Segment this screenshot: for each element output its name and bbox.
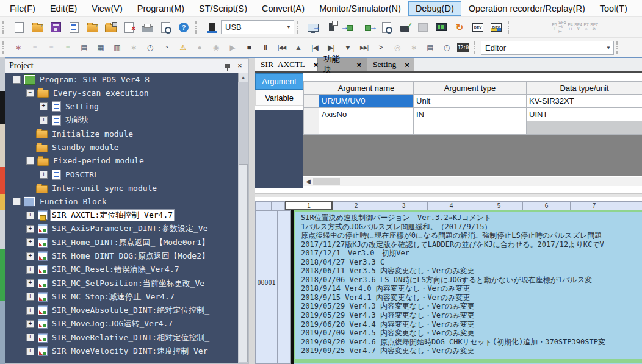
dev-registration-colored-button[interactable]: DEV [487,20,505,35]
scrollbar-thumb[interactable] [239,164,248,362]
ladder-edit-button[interactable]: ∗ [10,40,26,55]
expand-icon[interactable]: + [26,225,34,233]
table-cell[interactable] [414,121,527,135]
tree-item-sir_moverelative_dint[interactable]: +SIR_MoveRelative_DINT:相对定位控制_ [5,331,248,344]
ladder-monitor-button[interactable]: ▤ [76,40,92,55]
table-horizontal-scrollbar[interactable]: ◀ [303,177,642,186]
continue-button[interactable]: ◎ [389,40,405,55]
edit-list-button[interactable]: ≡ [59,40,76,55]
menu-item-stscripts[interactable]: ST/Script(S) [192,1,254,16]
table-cell[interactable] [319,121,414,135]
toolbar-grip[interactable] [2,41,7,54]
toolbar-grip[interactable] [195,21,200,34]
menu-item-converta[interactable]: Convert(A) [254,1,312,16]
tree-item-standby-module[interactable]: Standby module [5,140,248,154]
editor-tab-siraxctl[interactable]: SIR_AXCTL× [255,58,318,71]
simulator-monitor-button[interactable]: ▤ [422,40,438,55]
delete-file-button[interactable] [120,20,138,35]
close-icon[interactable]: × [356,60,361,70]
close-icon[interactable]: × [405,60,409,70]
table-cell[interactable]: AxisNo [319,108,414,121]
hand-tool-button[interactable]: ∗ [125,40,142,55]
expand-icon[interactable]: + [26,348,34,355]
tree-item--[interactable]: +功能块 [5,113,248,127]
toolbar-grip[interactable] [616,41,621,54]
collapse-icon[interactable]: − [26,157,34,165]
fast-forward-button[interactable]: ▶▶| [356,40,372,55]
panel-splitter[interactable] [249,58,255,364]
new-file-button[interactable] [10,20,28,35]
rung-number-cell[interactable]: 00001 [255,210,278,364]
help-button[interactable]: ? [175,20,193,35]
collapse-icon[interactable]: − [26,89,34,97]
save-project-button[interactable] [46,20,65,35]
expand-icon[interactable]: + [26,334,34,341]
table-cell[interactable] [527,121,642,135]
reload-transfer-button[interactable]: ↻ [450,20,469,35]
record-stop-button[interactable]: ◉ [207,40,224,55]
expand-icon[interactable]: + [26,279,34,287]
tab-argument[interactable]: Argument [255,73,303,90]
step-over-button[interactable]: > [372,40,389,55]
rgb-monitor-button[interactable] [432,20,450,35]
ladder-instruction-f5-button[interactable]: F5⊣⊢ [550,20,558,35]
connection-select[interactable]: USB ▼ [221,20,294,34]
menu-item-toolt[interactable]: Tool(T) [593,1,635,16]
step-up-button[interactable]: ▲ [290,40,306,55]
tree-item-sir_mc_setposition[interactable]: +SIR_MC_SetPosition:当前坐标更改_Ve [5,276,248,290]
tree-item-program[interactable]: −Program: SIR_POS_Ver4_8 [5,73,248,86]
matrix-monitor-button[interactable]: ▦ [92,40,109,55]
tree-item-inter-unit-sync-module[interactable]: Inter-unit sync module [5,181,248,194]
toolbar-grip[interactable] [474,41,478,54]
tree-item-sir_mc_reset[interactable]: +SIR_MC_Reset:错误清除_Ver4.7 [5,263,248,276]
ruler-column-4[interactable]: 4 [428,201,475,210]
ruler-column-2[interactable]: 2 [333,201,380,210]
collapse-icon[interactable]: − [13,198,21,205]
mnemonic-list-button[interactable]: ≡ [43,40,59,55]
instruction-list-button[interactable]: ≡ [26,40,43,55]
verify-document-button[interactable] [377,20,395,35]
tree-item-setting[interactable]: +Setting [5,100,248,113]
menu-item-viewv[interactable]: View(V) [84,1,130,16]
dev-registration-button[interactable]: DEV [469,20,487,35]
menu-item-programm[interactable]: Program(M) [130,1,192,16]
table-cell[interactable]: UR/UM/UV0 [319,95,414,108]
scrollbar-thumb[interactable] [313,178,340,185]
collapse-icon[interactable]: − [13,76,21,84]
row-selector[interactable] [303,95,319,108]
close-icon[interactable]: × [235,61,245,71]
tree-item-sir_mc_stop[interactable]: +SIR_MC_Stop:减速停止_Ver4.7 [5,290,248,304]
stopwatch-button[interactable]: ◷ [438,40,455,55]
expand-icon[interactable]: + [26,238,34,246]
tree-item-fixed-period-module[interactable]: −Fixed-period module [5,154,248,168]
expand-icon[interactable]: + [40,102,48,110]
tree-item-sir_home_dint_dog[interactable]: +SIR_Home_DINT_DOG:原点返回【Mode2】 [5,249,248,263]
ladder-instruction-sf5-button[interactable]: SF5⊣/⊢ [558,20,566,35]
stop-button[interactable]: ■ [240,40,257,55]
tab-variable[interactable]: Variable [255,90,303,106]
ruler-column-5[interactable]: 5 [475,201,523,210]
tree-item-posctrl[interactable]: +POSCTRL [5,168,248,181]
print-button[interactable] [138,20,156,35]
editor-laptop-button[interactable] [395,20,414,35]
row-selector[interactable] [303,108,319,121]
play-button[interactable]: ▶ [224,40,240,55]
tree-item-sir_moveabsolute_dint[interactable]: +SIR_MoveAbsolute_DINT:绝对定位控制_ [5,304,248,317]
expand-icon[interactable]: + [26,266,34,274]
table-cell[interactable]: KV-SIR32XT [527,95,642,108]
step-down-button[interactable]: ▼ [339,40,356,55]
rewind-button[interactable]: |◀◀ [273,40,290,55]
ladder-instruction-f7-button[interactable]: F7○ [582,20,590,35]
time-chart-button[interactable]: ◔ [158,40,175,55]
editor-tab-setting[interactable]: Setting× [367,58,414,71]
expand-icon[interactable]: + [26,293,34,301]
tree-item-sir_home_dint[interactable]: +SIR_Home_DINT:原点返回_【Mode0or1】 [5,236,248,249]
ruler-column-6[interactable]: 6 [523,201,571,210]
expand-icon[interactable]: + [26,307,34,315]
toolbar-grip[interactable] [2,21,7,34]
tree-item-sir_axctl[interactable]: +SIR_AXCTL:定位轴控制_Ver4.7 [5,209,248,222]
pause-button[interactable]: ‖ [257,40,273,55]
clock-button[interactable]: 12:0 [455,40,471,55]
tree-item-sir_movevelocity_dint[interactable]: +SIR_MoveVelocity_DINT:速度控制_Ver [5,344,248,358]
expand-icon[interactable]: + [40,171,48,179]
